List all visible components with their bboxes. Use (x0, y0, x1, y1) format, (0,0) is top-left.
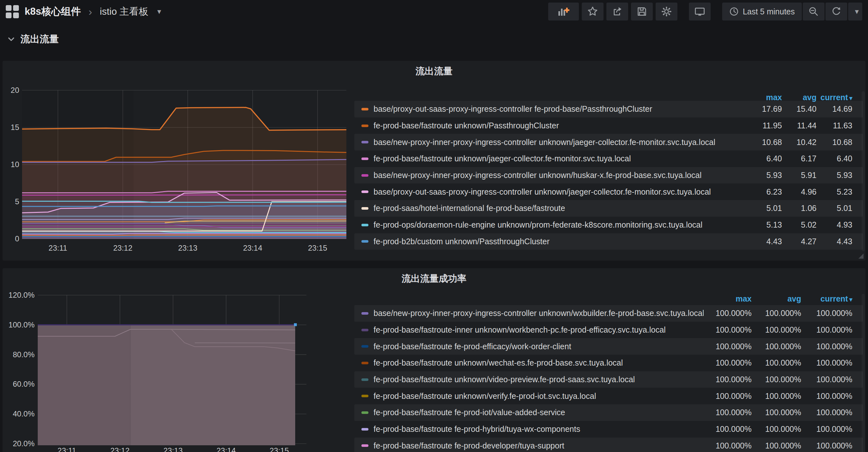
series-color-swatch[interactable] (362, 378, 368, 381)
legend-value-current: 5.23 (816, 187, 852, 197)
star-icon (587, 6, 598, 17)
legend-row: fe-prod-base/fastroute-inner unknown/wor… (354, 322, 863, 338)
series-color-swatch[interactable] (362, 444, 368, 447)
legend-series-name[interactable]: fe-prod-base/fastroute unknown/wechat-es… (362, 358, 704, 367)
dashboard-dropdown-caret-icon[interactable]: ▾ (157, 7, 161, 16)
legend-series-name[interactable]: fe-prod-base/fastroute unknown/verify.fe… (362, 392, 704, 401)
share-dashboard-button[interactable] (607, 3, 628, 21)
series-color-swatch[interactable] (362, 329, 368, 331)
series-color-swatch[interactable] (362, 362, 368, 364)
series-color-swatch[interactable] (362, 428, 368, 430)
legend-series-name[interactable]: fe-prod-base/fastroute fe-prod-developer… (362, 441, 704, 450)
legend-series-name[interactable]: base/new-proxy-inner-proxy-ingress-contr… (362, 138, 750, 147)
series-label: fe-prod-base/fastroute-inner unknown/wor… (374, 325, 665, 335)
y-axis-tick-label: 80.0% (13, 350, 35, 359)
legend-series-name[interactable]: fe-prod-base/fastroute unknown/video-pre… (362, 375, 704, 384)
series-color-swatch[interactable] (362, 108, 368, 110)
series-color-swatch[interactable] (362, 345, 368, 348)
legend-row: fe-prod-base/fastroute unknown/verify.fe… (354, 388, 863, 404)
y-axis-tick-label: 20 (10, 86, 19, 94)
legend-series-name[interactable]: base/proxy-out-saas-proxy-ingress-contro… (362, 104, 750, 114)
legend-value-current: 4.43 (816, 237, 852, 246)
legend-series-name[interactable]: fe-prod-base/fastroute-inner unknown/wor… (362, 325, 704, 335)
legend-series-name[interactable]: fe-prod-base/fastroute fe-prod-hybrid/tu… (362, 424, 704, 434)
time-controls: Last 5 minutes ▾ (722, 3, 862, 21)
series-color-swatch[interactable] (362, 207, 368, 210)
legend-sort-header-max[interactable]: max (704, 294, 752, 304)
cycle-view-mode-button[interactable] (689, 3, 711, 21)
legend-series-name[interactable]: fe-prod-saas/hotel-international fe-prod… (362, 204, 750, 213)
row-section-header[interactable]: 流出流量 (7, 29, 59, 49)
legend-value-max: 6.40 (750, 154, 782, 163)
panel-resize-handle[interactable] (859, 254, 864, 259)
legend-series-name[interactable]: fe-prod-base/fastroute unknown/Passthrou… (362, 121, 750, 130)
legend-value-current: 100.000% (801, 424, 852, 434)
series-color-swatch[interactable] (362, 224, 368, 226)
legend-series-name[interactable]: fe-prod-base/fastroute fe-prod-efficacy/… (362, 342, 704, 351)
dashboard-settings-button[interactable] (656, 3, 677, 21)
legend-value-max: 100.000% (704, 392, 752, 401)
series-color-swatch[interactable] (362, 395, 368, 397)
series-label: base/new-proxy-inner-proxy-ingress-contr… (374, 138, 715, 147)
legend-sort-header-current[interactable]: current▾ (801, 294, 852, 304)
refresh-interval-dropdown[interactable]: ▾ (848, 3, 862, 21)
y-axis-tick-label: 5 (15, 197, 19, 206)
legend-value-max: 5.93 (750, 171, 782, 180)
legend-row: base/proxy-out-saas-proxy-ingress-contro… (354, 101, 863, 117)
add-panel-button[interactable] (548, 3, 579, 21)
legend-series-name[interactable]: base/new-proxy-inner-proxy-ingress-contr… (362, 171, 750, 180)
legend-series-name[interactable]: base/new-proxy-inner-proxy-ingress-contr… (362, 309, 704, 318)
legend-row: base/new-proxy-inner-proxy-ingress-contr… (354, 167, 863, 184)
series-color-swatch[interactable] (362, 174, 368, 177)
legend-value-current: 6.40 (816, 154, 852, 163)
legend-row: fe-prod-base/fastroute unknown/Passthrou… (354, 117, 863, 134)
time-range-picker[interactable]: Last 5 minutes (722, 3, 802, 21)
series-color-swatch[interactable] (362, 191, 368, 193)
legend-value-current: 5.01 (816, 204, 852, 213)
legend-value-avg: 1.06 (782, 204, 816, 213)
series-label: fe-prod-saas/hotel-international fe-prod… (374, 204, 565, 213)
breadcrumb-folder[interactable]: k8s核心组件 (25, 5, 81, 18)
y-axis-tick-label: 100.0% (9, 320, 35, 329)
zoom-out-time-button[interactable] (803, 3, 825, 21)
legend-value-avg: 100.000% (752, 424, 801, 434)
breadcrumb-dashboard-title[interactable]: istio 主看板 (100, 5, 148, 18)
refresh-dashboard-button[interactable] (826, 3, 847, 21)
series-color-swatch[interactable] (362, 158, 368, 160)
star-dashboard-button[interactable] (582, 3, 603, 21)
legend-series-name[interactable]: base/proxy-out-saas-proxy-ingress-contro… (362, 187, 750, 197)
series-color-swatch[interactable] (362, 312, 368, 315)
legend-value-current: 100.000% (801, 408, 852, 417)
section-collapse-chevron-icon (7, 35, 16, 43)
legend-sort-header-avg[interactable]: avg (752, 294, 801, 304)
zoom-out-icon (808, 6, 819, 17)
legend-series-name[interactable]: fe-prod-ops/doraemon-rule-engine unknown… (362, 220, 750, 229)
legend-value-max: 100.000% (704, 358, 752, 367)
stacked-area-fill (38, 325, 130, 445)
apps-grid-icon[interactable] (6, 5, 19, 18)
legend-series-name[interactable]: fe-prod-b2b/custom unknown/PassthroughCl… (362, 237, 750, 246)
series-color-swatch[interactable] (362, 124, 368, 127)
x-axis-tick-label: 23:14 (217, 446, 236, 452)
legend-series-name[interactable]: fe-prod-base/fastroute fe-prod-iot/value… (362, 408, 704, 417)
legend-row: fe-prod-base/fastroute unknown/video-pre… (354, 371, 863, 388)
legend-scrollbar[interactable] (862, 91, 865, 251)
sort-caret-icon: ▾ (849, 95, 852, 102)
chevron-down-icon: ▾ (855, 7, 859, 16)
x-axis-tick-label: 23:13 (178, 244, 197, 252)
legend-value-current: 100.000% (801, 375, 852, 384)
share-icon (612, 6, 623, 17)
y-axis-tick-label: 60.0% (13, 380, 35, 388)
y-axis-tick-label: 40.0% (13, 409, 35, 418)
series-color-swatch[interactable] (362, 141, 368, 143)
legend-value-avg: 100.000% (752, 375, 801, 384)
x-axis-tick-label: 23:11 (49, 244, 67, 252)
series-color-swatch[interactable] (362, 240, 368, 243)
legend-row: base/proxy-out-saas-proxy-ingress-contro… (354, 183, 863, 200)
density-boundary-shade (22, 90, 134, 239)
legend-series-name[interactable]: fe-prod-base/fastroute unknown/jaeger-co… (362, 154, 750, 163)
legend-scrollbar[interactable] (862, 294, 865, 452)
save-dashboard-button[interactable] (631, 3, 653, 21)
legend-value-current: 100.000% (801, 358, 852, 367)
series-color-swatch[interactable] (362, 411, 368, 414)
